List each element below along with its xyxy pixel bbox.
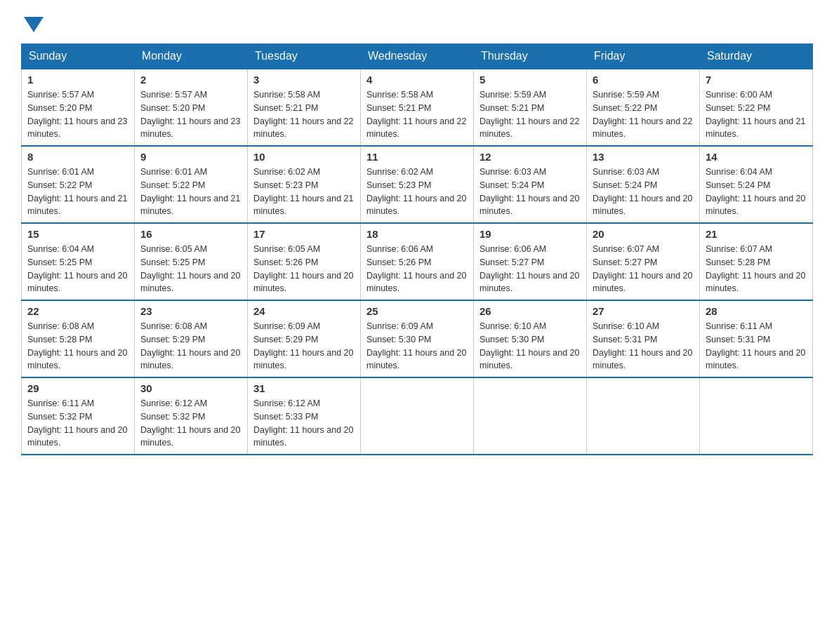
day-info: Sunrise: 5:59 AMSunset: 5:21 PMDaylight:…	[479, 88, 581, 141]
day-number: 2	[140, 74, 241, 86]
calendar-cell: 1Sunrise: 5:57 AMSunset: 5:20 PMDaylight…	[22, 69, 135, 146]
day-number: 6	[593, 74, 694, 86]
calendar-cell: 23Sunrise: 6:08 AMSunset: 5:29 PMDayligh…	[135, 300, 248, 377]
day-info: Sunrise: 5:57 AMSunset: 5:20 PMDaylight:…	[140, 88, 241, 141]
calendar-cell	[587, 377, 700, 455]
calendar-cell: 20Sunrise: 6:07 AMSunset: 5:27 PMDayligh…	[587, 223, 700, 300]
day-number: 14	[706, 151, 807, 163]
day-info: Sunrise: 6:06 AMSunset: 5:26 PMDaylight:…	[366, 243, 468, 295]
calendar-cell: 6Sunrise: 5:59 AMSunset: 5:22 PMDaylight…	[587, 69, 700, 146]
calendar-cell	[700, 377, 813, 455]
calendar-week-row: 8Sunrise: 6:01 AMSunset: 5:22 PMDaylight…	[22, 146, 813, 223]
day-info: Sunrise: 6:10 AMSunset: 5:31 PMDaylight:…	[593, 320, 694, 373]
logo-triangle-icon	[24, 17, 44, 32]
day-number: 19	[479, 228, 581, 240]
day-info: Sunrise: 5:59 AMSunset: 5:22 PMDaylight:…	[593, 88, 694, 141]
day-number: 28	[706, 305, 807, 317]
calendar-cell: 5Sunrise: 5:59 AMSunset: 5:21 PMDaylight…	[474, 69, 587, 146]
day-number: 13	[593, 151, 694, 163]
calendar-cell: 24Sunrise: 6:09 AMSunset: 5:29 PMDayligh…	[248, 300, 361, 377]
day-number: 4	[366, 74, 468, 86]
day-info: Sunrise: 6:12 AMSunset: 5:33 PMDaylight:…	[253, 397, 355, 450]
day-info: Sunrise: 6:00 AMSunset: 5:22 PMDaylight:…	[706, 88, 807, 141]
day-header-thursday: Thursday	[474, 44, 587, 69]
day-info: Sunrise: 6:09 AMSunset: 5:30 PMDaylight:…	[366, 320, 468, 373]
day-number: 23	[140, 305, 241, 317]
calendar-cell: 16Sunrise: 6:05 AMSunset: 5:25 PMDayligh…	[135, 223, 248, 300]
day-number: 22	[27, 305, 128, 317]
calendar-cell: 4Sunrise: 5:58 AMSunset: 5:21 PMDaylight…	[361, 69, 474, 146]
day-number: 8	[27, 151, 128, 163]
day-info: Sunrise: 6:11 AMSunset: 5:32 PMDaylight:…	[27, 397, 128, 450]
calendar-week-row: 29Sunrise: 6:11 AMSunset: 5:32 PMDayligh…	[22, 377, 813, 455]
day-number: 7	[706, 74, 807, 86]
day-header-tuesday: Tuesday	[248, 44, 361, 69]
day-number: 9	[140, 151, 241, 163]
calendar-week-row: 15Sunrise: 6:04 AMSunset: 5:25 PMDayligh…	[22, 223, 813, 300]
day-number: 25	[366, 305, 468, 317]
calendar-week-row: 1Sunrise: 5:57 AMSunset: 5:20 PMDaylight…	[22, 69, 813, 146]
day-number: 12	[479, 151, 581, 163]
day-info: Sunrise: 5:58 AMSunset: 5:21 PMDaylight:…	[366, 88, 468, 141]
logo	[21, 14, 44, 29]
day-info: Sunrise: 6:06 AMSunset: 5:27 PMDaylight:…	[479, 243, 581, 295]
calendar-cell: 25Sunrise: 6:09 AMSunset: 5:30 PMDayligh…	[361, 300, 474, 377]
calendar-cell: 22Sunrise: 6:08 AMSunset: 5:28 PMDayligh…	[22, 300, 135, 377]
day-number: 24	[253, 305, 355, 317]
calendar-cell: 7Sunrise: 6:00 AMSunset: 5:22 PMDaylight…	[700, 69, 813, 146]
day-info: Sunrise: 6:04 AMSunset: 5:24 PMDaylight:…	[706, 166, 807, 218]
day-info: Sunrise: 6:07 AMSunset: 5:28 PMDaylight:…	[706, 243, 807, 295]
calendar-week-row: 22Sunrise: 6:08 AMSunset: 5:28 PMDayligh…	[22, 300, 813, 377]
day-info: Sunrise: 6:03 AMSunset: 5:24 PMDaylight:…	[593, 166, 694, 218]
calendar-cell	[474, 377, 587, 455]
day-number: 26	[479, 305, 581, 317]
calendar-cell: 10Sunrise: 6:02 AMSunset: 5:23 PMDayligh…	[248, 146, 361, 223]
calendar-cell: 15Sunrise: 6:04 AMSunset: 5:25 PMDayligh…	[22, 223, 135, 300]
day-info: Sunrise: 6:01 AMSunset: 5:22 PMDaylight:…	[140, 166, 241, 218]
day-number: 15	[27, 228, 128, 240]
day-info: Sunrise: 6:02 AMSunset: 5:23 PMDaylight:…	[366, 166, 468, 218]
day-info: Sunrise: 5:57 AMSunset: 5:20 PMDaylight:…	[27, 88, 128, 141]
day-info: Sunrise: 6:05 AMSunset: 5:26 PMDaylight:…	[253, 243, 355, 295]
calendar-cell: 30Sunrise: 6:12 AMSunset: 5:32 PMDayligh…	[135, 377, 248, 455]
day-number: 21	[706, 228, 807, 240]
calendar-cell: 29Sunrise: 6:11 AMSunset: 5:32 PMDayligh…	[22, 377, 135, 455]
calendar-cell: 27Sunrise: 6:10 AMSunset: 5:31 PMDayligh…	[587, 300, 700, 377]
day-info: Sunrise: 6:03 AMSunset: 5:24 PMDaylight:…	[479, 166, 581, 218]
calendar-cell: 28Sunrise: 6:11 AMSunset: 5:31 PMDayligh…	[700, 300, 813, 377]
calendar-cell: 3Sunrise: 5:58 AMSunset: 5:21 PMDaylight…	[248, 69, 361, 146]
day-info: Sunrise: 6:12 AMSunset: 5:32 PMDaylight:…	[140, 397, 241, 450]
day-info: Sunrise: 6:10 AMSunset: 5:30 PMDaylight:…	[479, 320, 581, 373]
calendar-cell: 14Sunrise: 6:04 AMSunset: 5:24 PMDayligh…	[700, 146, 813, 223]
calendar-cell: 19Sunrise: 6:06 AMSunset: 5:27 PMDayligh…	[474, 223, 587, 300]
calendar-cell: 8Sunrise: 6:01 AMSunset: 5:22 PMDaylight…	[22, 146, 135, 223]
day-number: 1	[27, 74, 128, 86]
day-number: 10	[253, 151, 355, 163]
day-number: 3	[253, 74, 355, 86]
day-number: 27	[593, 305, 694, 317]
day-info: Sunrise: 6:04 AMSunset: 5:25 PMDaylight:…	[27, 243, 128, 295]
day-header-sunday: Sunday	[22, 44, 135, 69]
calendar-cell: 9Sunrise: 6:01 AMSunset: 5:22 PMDaylight…	[135, 146, 248, 223]
day-info: Sunrise: 6:01 AMSunset: 5:22 PMDaylight:…	[27, 166, 128, 218]
day-info: Sunrise: 6:07 AMSunset: 5:27 PMDaylight:…	[593, 243, 694, 295]
calendar-cell: 21Sunrise: 6:07 AMSunset: 5:28 PMDayligh…	[700, 223, 813, 300]
day-info: Sunrise: 6:02 AMSunset: 5:23 PMDaylight:…	[253, 166, 355, 218]
day-info: Sunrise: 6:05 AMSunset: 5:25 PMDaylight:…	[140, 243, 241, 295]
calendar-cell: 12Sunrise: 6:03 AMSunset: 5:24 PMDayligh…	[474, 146, 587, 223]
day-header-wednesday: Wednesday	[361, 44, 474, 69]
calendar-cell: 18Sunrise: 6:06 AMSunset: 5:26 PMDayligh…	[361, 223, 474, 300]
calendar-cell: 26Sunrise: 6:10 AMSunset: 5:30 PMDayligh…	[474, 300, 587, 377]
calendar-cell: 31Sunrise: 6:12 AMSunset: 5:33 PMDayligh…	[248, 377, 361, 455]
day-number: 29	[27, 382, 128, 394]
day-number: 17	[253, 228, 355, 240]
page-header	[21, 14, 813, 29]
calendar-header-row: SundayMondayTuesdayWednesdayThursdayFrid…	[22, 44, 813, 69]
calendar-cell: 13Sunrise: 6:03 AMSunset: 5:24 PMDayligh…	[587, 146, 700, 223]
calendar-table: SundayMondayTuesdayWednesdayThursdayFrid…	[21, 43, 813, 455]
day-number: 18	[366, 228, 468, 240]
calendar-cell: 2Sunrise: 5:57 AMSunset: 5:20 PMDaylight…	[135, 69, 248, 146]
day-header-friday: Friday	[587, 44, 700, 69]
calendar-cell: 17Sunrise: 6:05 AMSunset: 5:26 PMDayligh…	[248, 223, 361, 300]
day-info: Sunrise: 5:58 AMSunset: 5:21 PMDaylight:…	[253, 88, 355, 141]
